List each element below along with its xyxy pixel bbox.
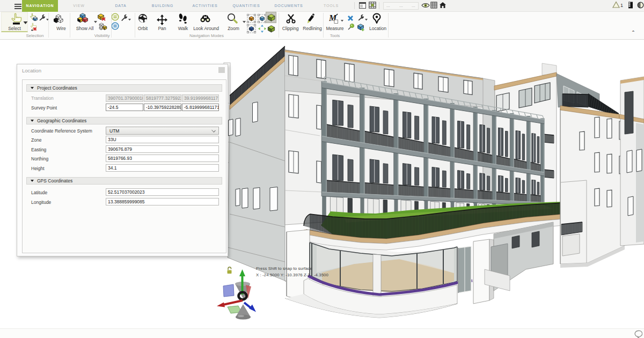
svg-text:1: 1: [620, 3, 623, 8]
svg-text:...: ...: [386, 3, 390, 8]
svg-text:...: ...: [399, 3, 403, 8]
svg-text:...: ...: [412, 3, 415, 8]
